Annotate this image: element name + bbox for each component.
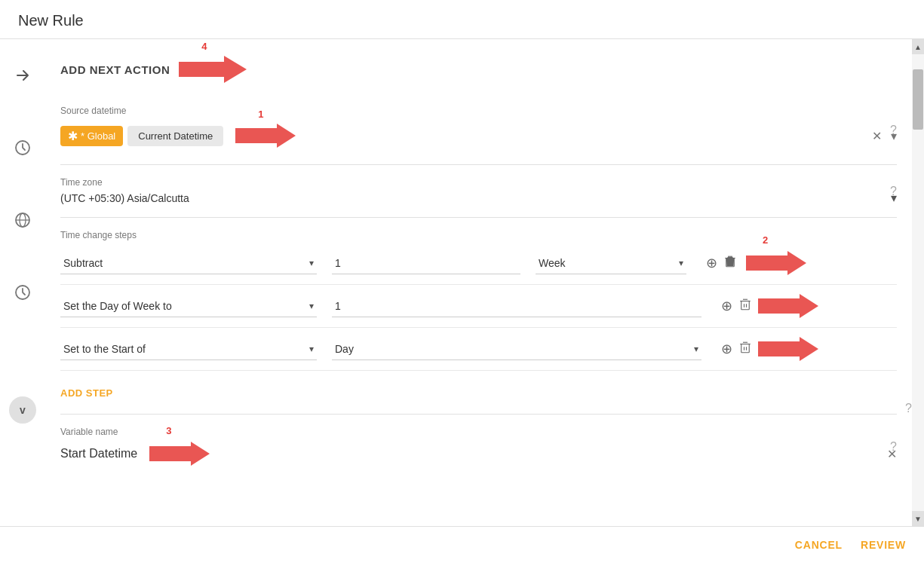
step1-operation-select[interactable]: Subtract Add Set [60,252,317,274]
step3-operation-select[interactable]: Set to the Start of Set to the End of [60,338,317,360]
step2-delete-icon[interactable] [738,298,752,314]
step-row-2: Set the Day of Week to Subtract Add ⊕ [60,292,897,328]
scroll-track [912,54,924,511]
svg-rect-14 [741,301,750,310]
step-row-1: Subtract Add Set Week Day Hour Minute ⊕ [60,249,897,285]
step3-unit-select[interactable]: Day Week Month Year [332,338,701,360]
scrollbar: ▲ ▼ [912,39,924,526]
arrow-right-icon [9,62,36,89]
svg-marker-6 [235,124,296,148]
source-datetime-help-icon: ? [890,124,897,137]
step1-unit-select[interactable]: Week Day Hour Minute [536,252,686,274]
step-row-3: Set to the Start of Set to the End of Da… [60,335,897,371]
red-arrow-4-icon [179,54,247,84]
step2-move-icon[interactable]: ⊕ [721,298,732,314]
timezone-help-icon: ? [890,185,897,198]
globe-icon [9,207,36,234]
step1-delete-icon[interactable] [723,255,737,271]
timezone-value: (UTC +05:30) Asia/Calcutta [60,192,189,204]
scroll-up-button[interactable]: ▲ [912,39,924,54]
timezone-label: Time zone [60,177,897,188]
add-next-action-section: ADD NEXT ACTION 4 [60,39,897,96]
clock-icon [9,134,36,161]
annotation-3-number: 3 [166,425,171,436]
svg-marker-13 [746,251,806,275]
annotation-1-number: 1 [258,109,263,120]
variable-section: Variable name Start Datetime 3 ✕ ? [60,414,897,479]
step2-value-input[interactable] [332,295,701,317]
time-steps-help-icon: ? [905,402,912,415]
red-arrow-step3-icon [758,335,818,363]
time-change-section: Time change steps Subtract Add Set Week … [60,218,897,414]
step1-value-input[interactable] [332,252,520,274]
time-change-steps-label: Time change steps [60,230,897,240]
red-arrow-2-icon [746,249,806,277]
annotation-4-number: 4 [201,41,207,52]
footer: CANCEL REVIEW [0,526,924,563]
clock2-icon [9,279,36,306]
content-area: ADD NEXT ACTION 4 Source datetime ✱ * Gl… [45,39,912,526]
add-next-action-label[interactable]: ADD NEXT ACTION [60,63,170,76]
svg-rect-20 [741,344,750,353]
close-icon[interactable]: ✕ [872,129,882,143]
svg-marker-5 [179,56,247,83]
add-step-button[interactable]: ADD STEP [60,384,113,402]
current-datetime-button[interactable]: Current Datetime [127,126,223,146]
step2-operation-select[interactable]: Set the Day of Week to Subtract Add [60,295,317,317]
global-badge[interactable]: ✱ * Global [60,126,123,146]
red-arrow-3-icon [149,440,210,467]
page-title: New Rule [0,0,924,39]
variable-label: Variable name [60,427,897,437]
red-arrow-1-icon [235,122,296,149]
review-button[interactable]: REVIEW [861,539,906,551]
step3-move-icon[interactable]: ⊕ [721,341,732,357]
source-datetime-section: Source datetime ✱ * Global Current Datet… [60,96,897,165]
source-datetime-label: Source datetime [60,106,897,116]
scroll-thumb[interactable] [913,69,923,130]
svg-marker-26 [149,442,210,466]
left-sidebar: v [0,39,45,526]
timezone-section: Time zone (UTC +05:30) Asia/Calcutta ▾ ? [60,165,897,218]
variable-value: Start Datetime [60,447,137,460]
variable-help-icon: ? [890,440,897,454]
cancel-button[interactable]: CANCEL [795,539,843,551]
red-arrow-step2-icon [758,292,818,320]
svg-marker-19 [758,294,818,318]
v-icon: v [9,396,36,424]
scroll-down-button[interactable]: ▼ [912,511,924,526]
annotation-2-number: 2 [763,234,768,246]
svg-marker-25 [758,337,818,361]
step1-move-icon[interactable]: ⊕ [706,255,717,271]
step3-delete-icon[interactable] [738,341,752,357]
